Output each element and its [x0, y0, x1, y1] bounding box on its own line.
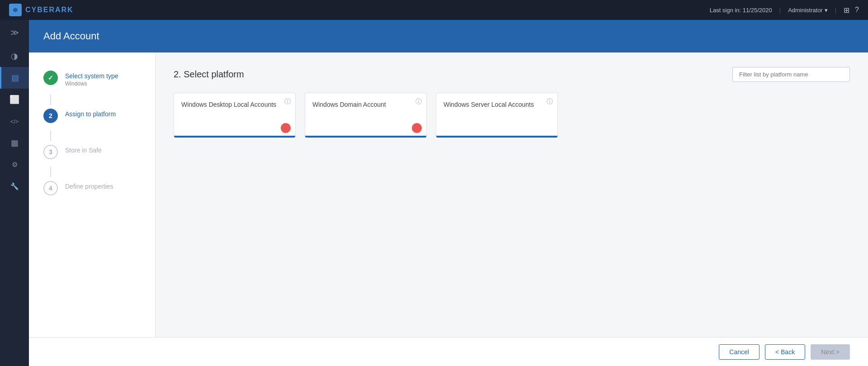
last-signin: Last sign in: 11/25/2020: [710, 7, 772, 14]
analytics-icon: ▦: [11, 138, 19, 148]
content-area: ✓ Select system type Windows 2 Assign to…: [29, 52, 868, 337]
sidebar-item-settings[interactable]: 🔧: [0, 176, 29, 197]
filter-input[interactable]: [732, 67, 850, 82]
nav-separator-2: |: [835, 7, 836, 14]
filter-input-wrap: [732, 67, 850, 82]
navbar: CYBERARK Last sign in: 11/25/2020 | Admi…: [0, 0, 868, 20]
step-connector-2: [50, 130, 51, 141]
info-icon-server[interactable]: ⓘ: [547, 98, 553, 106]
card-bottom-bar-desktop: [174, 136, 295, 138]
sidebar-item-users[interactable]: ⚙: [0, 154, 29, 176]
settings-icon: 🔧: [10, 182, 19, 190]
platform-card-windows-domain[interactable]: ⓘ Windows Domain Account: [305, 93, 427, 138]
info-icon-desktop[interactable]: ⓘ: [284, 98, 291, 106]
platform-cards: ⓘ Windows Desktop Local Accounts ⓘ Windo…: [174, 93, 850, 138]
step-3-label: Store in Safe: [65, 147, 102, 154]
sidebar-item-analytics[interactable]: ▦: [0, 132, 29, 154]
navbar-left: CYBERARK: [9, 4, 74, 16]
cyberark-logo: CYBERARK: [9, 4, 74, 16]
card-name-domain: Windows Domain Account: [312, 100, 419, 109]
footer: Cancel < Back Next >: [29, 337, 868, 366]
layout-icon[interactable]: ⊞: [844, 6, 849, 14]
sidebar-toggle[interactable]: ≫: [0, 24, 29, 42]
sidebar: ≫ ◑ ▤ ⬜ </> ▦ ⚙ 🔧: [0, 20, 29, 366]
nav-separator: |: [779, 7, 781, 14]
sidebar-item-accounts[interactable]: ▤: [0, 67, 29, 89]
main-layout: ≫ ◑ ▤ ⬜ </> ▦ ⚙ 🔧 Add Account: [0, 20, 868, 366]
help-icon[interactable]: ?: [855, 6, 859, 14]
step-2: 2 Assign to platform: [43, 109, 141, 123]
navbar-icons: ⊞ ?: [844, 6, 859, 14]
sidebar-item-reports[interactable]: ⬜: [0, 89, 29, 110]
step-1-circle: ✓: [43, 71, 58, 85]
admin-label: Administrator: [788, 7, 823, 14]
card-bottom-bar-server: [436, 136, 557, 138]
dashboard-icon: ◑: [11, 51, 18, 61]
logo-icon: [9, 4, 22, 16]
cursor-dot-1: [281, 123, 291, 133]
back-button[interactable]: < Back: [765, 344, 805, 360]
info-icon-domain[interactable]: ⓘ: [415, 98, 422, 106]
dev-icon: </>: [10, 118, 19, 125]
navbar-right: Last sign in: 11/25/2020 | Administrator…: [710, 6, 859, 14]
platform-card-windows-server[interactable]: ⓘ Windows Server Local Accounts: [436, 93, 558, 138]
step-2-circle: 2: [43, 109, 58, 123]
chevron-down-icon: ▾: [825, 7, 828, 14]
logo-text: CYBERARK: [25, 6, 74, 14]
card-bottom-bar-domain: [305, 136, 426, 138]
page-header: Add Account: [29, 20, 868, 52]
step-2-label: Assign to platform: [65, 110, 116, 118]
next-button[interactable]: Next >: [811, 344, 850, 360]
step-4-text: Define properties: [65, 181, 113, 190]
step-3-text: Store in Safe: [65, 145, 102, 154]
reports-icon: ⬜: [9, 95, 19, 105]
page-content: Add Account ✓ Select system type Windows…: [29, 20, 868, 366]
cursor-dot-2: [412, 123, 422, 133]
step-1-text: Select system type Windows: [65, 71, 118, 87]
step-1-label: Select system type: [65, 72, 118, 80]
step-1-sublabel: Windows: [65, 81, 118, 87]
card-name-server: Windows Server Local Accounts: [443, 100, 550, 109]
admin-menu[interactable]: Administrator ▾: [788, 7, 828, 14]
sidebar-item-dashboard[interactable]: ◑: [0, 45, 29, 67]
step-4-circle: 4: [43, 181, 58, 195]
page-title: Add Account: [43, 30, 99, 42]
step-connector-3: [50, 166, 51, 177]
stepper-panel: ✓ Select system type Windows 2 Assign to…: [29, 52, 156, 337]
step-4-label: Define properties: [65, 183, 113, 190]
platform-panel: 2. Select platform ⓘ Windows Desktop Loc…: [156, 52, 868, 337]
accounts-icon: ▤: [11, 73, 19, 83]
sidebar-item-dev[interactable]: </>: [0, 110, 29, 132]
cancel-button[interactable]: Cancel: [719, 344, 760, 360]
platform-header: 2. Select platform: [174, 67, 850, 82]
step-3: 3 Store in Safe: [43, 145, 141, 159]
platform-card-windows-desktop[interactable]: ⓘ Windows Desktop Local Accounts: [174, 93, 296, 138]
step-1: ✓ Select system type Windows: [43, 71, 141, 87]
card-name-desktop: Windows Desktop Local Accounts: [181, 100, 288, 109]
platform-section-title: 2. Select platform: [174, 69, 244, 80]
step-4: 4 Define properties: [43, 181, 141, 195]
step-2-text: Assign to platform: [65, 109, 116, 118]
step-connector-1: [50, 94, 51, 105]
users-icon: ⚙: [12, 161, 18, 169]
step-3-circle: 3: [43, 145, 58, 159]
